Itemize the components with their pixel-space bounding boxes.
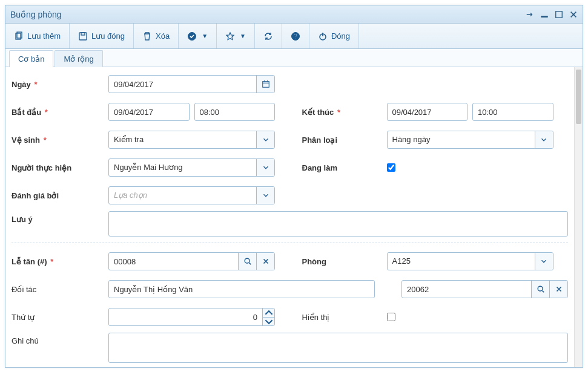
start-time-field[interactable] <box>194 103 276 121</box>
label-start: Bắt đầu * <box>12 108 108 117</box>
room-select[interactable]: A125 <box>387 252 553 270</box>
label-performer: Người thực hiện <box>12 163 108 172</box>
close-window-icon[interactable] <box>569 10 578 19</box>
clear-icon[interactable] <box>256 253 274 270</box>
section-divider <box>12 243 568 243</box>
close-button[interactable]: Đóng <box>309 24 359 48</box>
form-area: Ngày * Bắt đầu * <box>5 67 583 367</box>
tab-bar: Cơ bản Mở rộng <box>5 49 583 67</box>
check-circle-icon <box>187 31 197 41</box>
label-note: Lưu ý <box>12 211 108 224</box>
partner-name-input[interactable] <box>109 281 374 298</box>
save-more-label: Lưu thêm <box>27 31 61 41</box>
end-date-input[interactable] <box>388 103 468 120</box>
chevron-down-icon[interactable] <box>535 253 553 270</box>
delete-label: Xóa <box>156 31 170 41</box>
titlebar-controls <box>526 10 578 19</box>
scrollbar-thumb[interactable] <box>576 70 581 124</box>
doing-checkbox[interactable] <box>387 163 395 172</box>
svg-text:?: ? <box>294 33 297 40</box>
display-checkbox[interactable] <box>387 313 395 321</box>
svg-rect-4 <box>79 33 87 40</box>
partner-name-field[interactable] <box>108 280 375 298</box>
hygiene-select[interactable]: Kiểm tra <box>108 131 275 149</box>
close-label: Đóng <box>331 31 350 41</box>
window-title: Buồng phòng <box>10 10 526 19</box>
date-input[interactable] <box>109 76 256 93</box>
label-hygiene: Vệ sinh * <box>12 135 108 145</box>
start-date-field[interactable] <box>108 103 190 121</box>
order-input[interactable] <box>109 308 262 325</box>
search-icon[interactable] <box>238 253 256 270</box>
rated-by-select[interactable]: Lựa chọn <box>108 186 275 204</box>
chevron-down-icon[interactable] <box>256 159 274 176</box>
start-date-input[interactable] <box>109 103 190 120</box>
svg-line-26 <box>249 263 251 265</box>
caret-down-icon: ▼ <box>202 33 208 39</box>
tab-basic[interactable]: Cơ bản <box>9 50 53 67</box>
label-room: Phòng <box>290 257 387 266</box>
reception-input[interactable] <box>109 253 238 270</box>
remark-textarea[interactable] <box>108 333 568 363</box>
svg-rect-1 <box>556 11 563 18</box>
clear-icon[interactable] <box>549 281 567 298</box>
save-close-label: Lưu đóng <box>91 31 125 41</box>
delete-button[interactable]: Xóa <box>134 24 179 48</box>
refresh-icon <box>263 31 273 41</box>
search-icon[interactable] <box>531 281 549 298</box>
save-close-button[interactable]: Lưu đóng <box>70 24 134 48</box>
maximize-icon[interactable] <box>555 10 563 19</box>
partner-code-field[interactable] <box>401 280 568 298</box>
save-more-button[interactable]: Lưu thêm <box>5 24 70 48</box>
svg-point-27 <box>538 286 543 291</box>
pin-icon[interactable] <box>526 10 534 19</box>
favorite-dropdown[interactable]: ▼ <box>217 24 255 48</box>
minimize-icon[interactable] <box>540 10 549 19</box>
date-field[interactable] <box>108 75 275 93</box>
performer-select[interactable]: Nguyễn Mai Hương <box>108 158 275 177</box>
label-doing: Đang làm <box>290 163 387 172</box>
category-select[interactable]: Hàng ngày <box>387 131 553 149</box>
titlebar: Buồng phòng <box>5 5 583 24</box>
dialog-window: Buồng phòng Lưu thêm Lưu đóng Xóa ▼ ▼ <box>5 5 583 368</box>
form-scroll: Ngày * Bắt đầu * <box>5 67 574 367</box>
tab-extended[interactable]: Mở rộng <box>55 50 102 67</box>
end-date-field[interactable] <box>387 103 468 121</box>
caret-down-icon: ▼ <box>240 33 246 39</box>
trash-icon <box>142 31 152 41</box>
end-time-input[interactable] <box>473 103 553 120</box>
partner-code-input[interactable] <box>402 281 531 298</box>
power-icon <box>318 31 328 41</box>
star-icon <box>225 31 235 41</box>
label-date: Ngày * <box>12 80 108 89</box>
svg-rect-5 <box>81 33 85 35</box>
label-remark: Ghi chú <box>12 333 108 345</box>
calendar-icon[interactable] <box>256 76 274 93</box>
label-rated-by: Đánh giá bởi <box>12 191 108 200</box>
refresh-button[interactable] <box>255 24 282 48</box>
approve-dropdown[interactable]: ▼ <box>179 24 217 48</box>
start-time-input[interactable] <box>195 103 276 120</box>
toolbar: Lưu thêm Lưu đóng Xóa ▼ ▼ ? Đóng <box>5 24 583 49</box>
svg-rect-0 <box>541 16 548 17</box>
copy-icon <box>14 31 24 41</box>
chevron-down-icon[interactable] <box>535 131 553 148</box>
end-time-field[interactable] <box>472 103 553 121</box>
save-icon <box>78 31 88 41</box>
spinner-down-icon[interactable] <box>263 318 274 326</box>
note-textarea[interactable] <box>108 211 568 237</box>
label-end: Kết thúc * <box>290 108 387 117</box>
svg-rect-11 <box>262 82 269 88</box>
vertical-scrollbar[interactable] <box>574 67 583 367</box>
label-reception: Lễ tân (#) * <box>12 257 108 266</box>
spinner-up-icon[interactable] <box>263 308 274 318</box>
label-partner: Đối tác <box>12 285 108 294</box>
chevron-down-icon[interactable] <box>256 131 274 148</box>
chevron-down-icon[interactable] <box>256 187 274 204</box>
label-order: Thứ tự <box>12 313 108 322</box>
svg-point-25 <box>245 258 249 263</box>
order-field[interactable] <box>108 308 275 326</box>
help-button[interactable]: ? <box>282 24 309 48</box>
reception-field[interactable] <box>108 252 275 270</box>
label-category: Phân loại <box>290 135 387 145</box>
